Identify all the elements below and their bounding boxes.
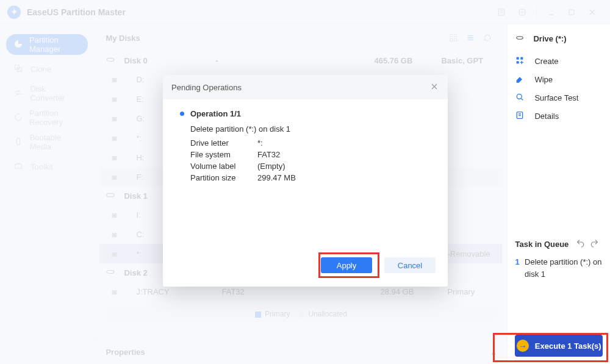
action-surface-test[interactable]: Surface Test: [515, 88, 603, 107]
redo-icon: [589, 238, 599, 248]
modal-header: Pending Operations: [163, 75, 448, 99]
svg-point-13: [517, 37, 523, 40]
operation-description: Delete partition (*:) on disk 1: [190, 124, 431, 134]
pending-operations-modal: Pending Operations Operation 1/1 Delete …: [163, 75, 448, 287]
operation-label: Operation 1/1: [190, 109, 241, 118]
svg-rect-14: [517, 57, 519, 59]
queue-index: 1: [515, 256, 525, 268]
cancel-label: Cancel: [398, 261, 422, 270]
kv-value: (Empty): [257, 162, 431, 171]
arrow-right-circle-icon: →: [517, 340, 529, 352]
undo-button[interactable]: [576, 238, 589, 250]
queue-header: Task in Queue: [515, 238, 603, 250]
eraser-icon: [515, 74, 528, 85]
modal-title: Pending Operations: [171, 83, 242, 92]
action-create[interactable]: Create: [515, 52, 603, 70]
close-icon: [429, 82, 439, 91]
redo-button[interactable]: [589, 238, 603, 250]
execute-tasks-button[interactable]: → Execute 1 Task(s): [515, 335, 603, 357]
execute-label: Execute 1 Task(s): [535, 341, 601, 351]
kv-key: Drive letter: [190, 138, 257, 148]
cancel-button[interactable]: Cancel: [384, 257, 436, 273]
drive-icon: [515, 33, 528, 45]
svg-rect-15: [521, 57, 523, 59]
undo-icon: [576, 238, 586, 248]
kv-key: Partition size: [190, 173, 257, 182]
operation-details: Drive letter *: File system FAT32 Volume…: [190, 138, 431, 182]
kv-value: *:: [257, 138, 431, 148]
queue-item[interactable]: 1 Delete partition (*:) on disk 1: [515, 256, 603, 280]
queue-title: Task in Queue: [515, 240, 569, 249]
apply-button[interactable]: Apply: [321, 257, 372, 273]
modal-body: Operation 1/1 Delete partition (*:) on d…: [163, 99, 448, 257]
svg-point-17: [517, 94, 522, 99]
modal-close-button[interactable]: [429, 82, 439, 93]
action-details[interactable]: Details: [515, 107, 603, 125]
operation-heading: Operation 1/1: [180, 109, 431, 118]
right-panel-drive: Drive (*:): [533, 34, 566, 43]
details-icon: [515, 110, 528, 122]
kv-value: 299.47 MB: [257, 173, 431, 182]
kv-key: Volume label: [190, 162, 257, 171]
action-label: Surface Test: [534, 93, 578, 102]
kv-value: FAT32: [257, 150, 431, 159]
modal-footer: Apply Cancel: [163, 257, 448, 287]
action-label: Details: [534, 112, 559, 121]
grid-plus-icon: [515, 55, 528, 67]
scan-icon: [515, 92, 528, 104]
bullet-icon: [180, 112, 184, 116]
action-label: Create: [534, 57, 558, 66]
right-panel-title: Drive (*:): [515, 33, 603, 45]
action-wipe[interactable]: Wipe: [515, 70, 603, 88]
kv-key: File system: [190, 150, 257, 159]
right-panel: Drive (*:) Create Wipe Surface Test Deta…: [508, 24, 610, 364]
queue-text: Delete partition (*:) on disk 1: [525, 256, 603, 280]
action-label: Wipe: [534, 75, 553, 84]
apply-label: Apply: [337, 261, 357, 270]
svg-rect-16: [517, 61, 519, 63]
